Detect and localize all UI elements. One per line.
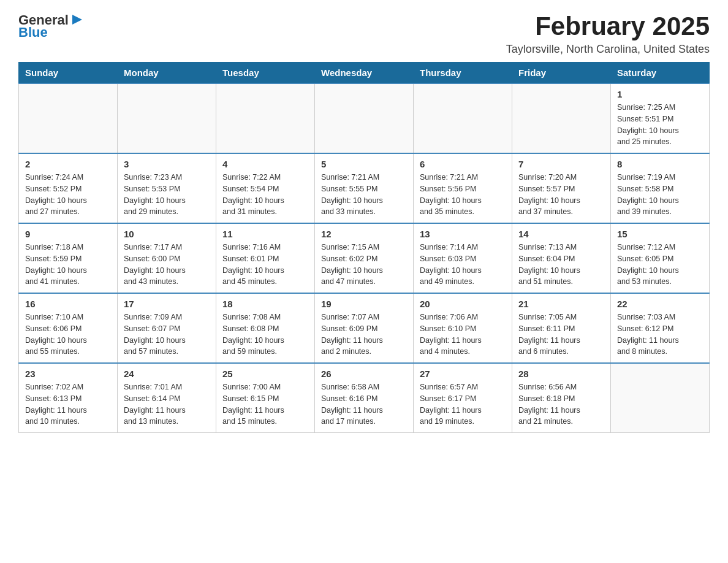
calendar-cell: 11Sunrise: 7:16 AMSunset: 6:01 PMDayligh… (216, 223, 315, 293)
day-number: 14 (518, 229, 604, 239)
day-info: Sunrise: 7:12 AMSunset: 6:05 PMDaylight:… (617, 242, 703, 288)
month-title: February 2025 (506, 12, 710, 40)
calendar-cell (19, 83, 118, 153)
day-number: 7 (518, 159, 604, 169)
calendar-cell: 26Sunrise: 6:58 AMSunset: 6:16 PMDayligh… (315, 363, 414, 433)
day-info: Sunrise: 7:00 AMSunset: 6:15 PMDaylight:… (222, 381, 308, 427)
day-info: Sunrise: 6:58 AMSunset: 6:16 PMDaylight:… (321, 381, 407, 427)
day-number: 3 (124, 159, 210, 169)
title-section: February 2025 Taylorsville, North Caroli… (506, 12, 710, 56)
day-info: Sunrise: 7:22 AMSunset: 5:54 PMDaylight:… (222, 172, 308, 218)
day-info: Sunrise: 7:17 AMSunset: 6:00 PMDaylight:… (124, 242, 210, 288)
day-number: 26 (321, 369, 407, 379)
day-info: Sunrise: 7:21 AMSunset: 5:56 PMDaylight:… (420, 172, 506, 218)
calendar-cell (611, 363, 710, 433)
calendar-cell: 4Sunrise: 7:22 AMSunset: 5:54 PMDaylight… (216, 153, 315, 223)
day-info: Sunrise: 7:05 AMSunset: 6:11 PMDaylight:… (518, 312, 604, 358)
day-number: 21 (518, 299, 604, 309)
location-title: Taylorsville, North Carolina, United Sta… (506, 43, 710, 56)
calendar-cell: 25Sunrise: 7:00 AMSunset: 6:15 PMDayligh… (216, 363, 315, 433)
day-number: 19 (321, 299, 407, 309)
header-saturday: Saturday (611, 63, 710, 84)
day-number: 2 (25, 159, 111, 169)
svg-marker-0 (72, 15, 82, 25)
calendar-cell (414, 83, 512, 153)
day-info: Sunrise: 7:09 AMSunset: 6:07 PMDaylight:… (124, 312, 210, 358)
week-row-4: 16Sunrise: 7:10 AMSunset: 6:06 PMDayligh… (19, 293, 710, 363)
day-number: 5 (321, 159, 407, 169)
calendar-cell: 28Sunrise: 6:56 AMSunset: 6:18 PMDayligh… (512, 363, 611, 433)
day-number: 16 (25, 299, 111, 309)
day-info: Sunrise: 7:18 AMSunset: 5:59 PMDaylight:… (25, 242, 111, 288)
calendar-cell: 3Sunrise: 7:23 AMSunset: 5:53 PMDaylight… (118, 153, 216, 223)
day-info: Sunrise: 7:06 AMSunset: 6:10 PMDaylight:… (420, 312, 506, 358)
day-number: 13 (420, 229, 506, 239)
day-info: Sunrise: 6:56 AMSunset: 6:18 PMDaylight:… (518, 381, 604, 427)
day-info: Sunrise: 7:23 AMSunset: 5:53 PMDaylight:… (124, 172, 210, 218)
calendar-cell: 18Sunrise: 7:08 AMSunset: 6:08 PMDayligh… (216, 293, 315, 363)
calendar-table: SundayMondayTuesdayWednesdayThursdayFrid… (18, 62, 710, 433)
day-info: Sunrise: 7:16 AMSunset: 6:01 PMDaylight:… (222, 242, 308, 288)
calendar-cell: 21Sunrise: 7:05 AMSunset: 6:11 PMDayligh… (512, 293, 611, 363)
week-row-5: 23Sunrise: 7:02 AMSunset: 6:13 PMDayligh… (19, 363, 710, 433)
day-info: Sunrise: 7:13 AMSunset: 6:04 PMDaylight:… (518, 242, 604, 288)
calendar-cell: 1Sunrise: 7:25 AMSunset: 5:51 PMDaylight… (611, 83, 710, 153)
header-tuesday: Tuesday (216, 63, 315, 84)
week-row-3: 9Sunrise: 7:18 AMSunset: 5:59 PMDaylight… (19, 223, 710, 293)
calendar-cell: 13Sunrise: 7:14 AMSunset: 6:03 PMDayligh… (414, 223, 512, 293)
calendar-cell: 14Sunrise: 7:13 AMSunset: 6:04 PMDayligh… (512, 223, 611, 293)
logo-blue: Blue (18, 25, 48, 40)
header-sunday: Sunday (19, 63, 118, 84)
calendar-cell: 27Sunrise: 6:57 AMSunset: 6:17 PMDayligh… (414, 363, 512, 433)
day-number: 10 (124, 229, 210, 239)
calendar-cell: 15Sunrise: 7:12 AMSunset: 6:05 PMDayligh… (611, 223, 710, 293)
calendar-cell (512, 83, 611, 153)
day-number: 12 (321, 229, 407, 239)
calendar-cell: 5Sunrise: 7:21 AMSunset: 5:55 PMDaylight… (315, 153, 414, 223)
calendar-cell: 24Sunrise: 7:01 AMSunset: 6:14 PMDayligh… (118, 363, 216, 433)
day-info: Sunrise: 7:25 AMSunset: 5:51 PMDaylight:… (617, 102, 703, 148)
day-number: 11 (222, 229, 308, 239)
calendar-cell: 19Sunrise: 7:07 AMSunset: 6:09 PMDayligh… (315, 293, 414, 363)
day-number: 27 (420, 369, 506, 379)
day-number: 18 (222, 299, 308, 309)
day-number: 22 (617, 299, 703, 309)
calendar-cell: 12Sunrise: 7:15 AMSunset: 6:02 PMDayligh… (315, 223, 414, 293)
day-info: Sunrise: 7:01 AMSunset: 6:14 PMDaylight:… (124, 381, 210, 427)
day-info: Sunrise: 7:21 AMSunset: 5:55 PMDaylight:… (321, 172, 407, 218)
day-info: Sunrise: 7:03 AMSunset: 6:12 PMDaylight:… (617, 312, 703, 358)
day-number: 17 (124, 299, 210, 309)
day-number: 15 (617, 229, 703, 239)
calendar-header-row: SundayMondayTuesdayWednesdayThursdayFrid… (19, 63, 710, 84)
calendar-cell: 23Sunrise: 7:02 AMSunset: 6:13 PMDayligh… (19, 363, 118, 433)
calendar-cell: 22Sunrise: 7:03 AMSunset: 6:12 PMDayligh… (611, 293, 710, 363)
day-info: Sunrise: 7:14 AMSunset: 6:03 PMDaylight:… (420, 242, 506, 288)
calendar-cell: 17Sunrise: 7:09 AMSunset: 6:07 PMDayligh… (118, 293, 216, 363)
header-monday: Monday (118, 63, 216, 84)
calendar-cell (315, 83, 414, 153)
day-info: Sunrise: 6:57 AMSunset: 6:17 PMDaylight:… (420, 381, 506, 427)
calendar-cell: 7Sunrise: 7:20 AMSunset: 5:57 PMDaylight… (512, 153, 611, 223)
calendar-cell: 2Sunrise: 7:24 AMSunset: 5:52 PMDaylight… (19, 153, 118, 223)
day-info: Sunrise: 7:24 AMSunset: 5:52 PMDaylight:… (25, 172, 111, 218)
day-number: 24 (124, 369, 210, 379)
day-info: Sunrise: 7:19 AMSunset: 5:58 PMDaylight:… (617, 172, 703, 218)
header-friday: Friday (512, 63, 611, 84)
week-row-2: 2Sunrise: 7:24 AMSunset: 5:52 PMDaylight… (19, 153, 710, 223)
day-info: Sunrise: 7:07 AMSunset: 6:09 PMDaylight:… (321, 312, 407, 358)
week-row-1: 1Sunrise: 7:25 AMSunset: 5:51 PMDaylight… (19, 83, 710, 153)
calendar-cell: 16Sunrise: 7:10 AMSunset: 6:06 PMDayligh… (19, 293, 118, 363)
day-number: 28 (518, 369, 604, 379)
day-number: 6 (420, 159, 506, 169)
day-info: Sunrise: 7:20 AMSunset: 5:57 PMDaylight:… (518, 172, 604, 218)
calendar-cell: 20Sunrise: 7:06 AMSunset: 6:10 PMDayligh… (414, 293, 512, 363)
calendar-cell: 9Sunrise: 7:18 AMSunset: 5:59 PMDaylight… (19, 223, 118, 293)
logo: General Blue (18, 12, 83, 40)
logo-arrow-icon (71, 13, 83, 26)
header-thursday: Thursday (414, 63, 512, 84)
calendar-cell: 6Sunrise: 7:21 AMSunset: 5:56 PMDaylight… (414, 153, 512, 223)
day-number: 9 (25, 229, 111, 239)
calendar-cell (216, 83, 315, 153)
day-number: 20 (420, 299, 506, 309)
calendar-cell: 10Sunrise: 7:17 AMSunset: 6:00 PMDayligh… (118, 223, 216, 293)
